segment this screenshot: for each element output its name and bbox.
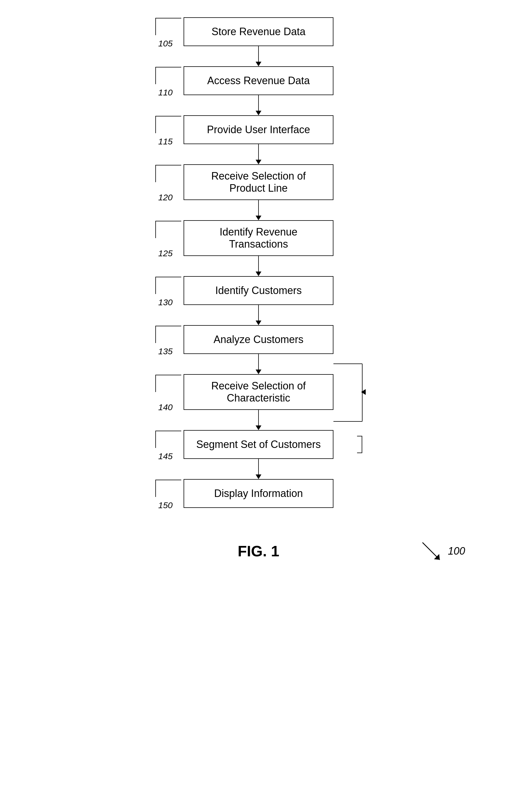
arrowhead: [255, 215, 262, 220]
label-115: 115: [158, 137, 173, 146]
box-110: Access Revenue Data 110: [184, 66, 333, 95]
diagram-container: Store Revenue Data 105 Access Revenue Da…: [0, 0, 517, 589]
feedback-loop-container: [184, 410, 333, 430]
connector-line: [258, 354, 259, 370]
connector-line: [258, 410, 259, 426]
box-110-label: Access Revenue Data: [207, 75, 310, 87]
flow-item-125: Identify Revenue Transactions 125: [184, 220, 333, 256]
label-110: 110: [158, 88, 173, 97]
bracket-130: [155, 277, 181, 294]
flow-item-105: Store Revenue Data 105: [184, 17, 333, 46]
box-105-label: Store Revenue Data: [212, 26, 305, 38]
feedback-loop-svg: [333, 332, 379, 453]
box-125: Identify Revenue Transactions 125: [184, 220, 333, 256]
arrow-110-115: [255, 95, 262, 115]
bracket-140: [155, 375, 181, 392]
arrow-130-135: [255, 305, 262, 325]
feedback-bracket-145: [357, 436, 362, 453]
connector-line: [258, 46, 259, 62]
arrow-105-110: [255, 46, 262, 66]
label-120: 120: [158, 193, 173, 202]
arrow-115-120: [255, 144, 262, 164]
figure-label: FIG. 1: [238, 543, 279, 560]
arrowhead: [255, 111, 262, 115]
flow-item-145: Segment Set of Customers 145: [184, 430, 333, 459]
label-135: 135: [158, 346, 173, 356]
fig-reference: 100: [420, 540, 465, 563]
box-125-label: Identify Revenue Transactions: [193, 226, 324, 250]
arrow-120-125: [255, 200, 262, 220]
arrowhead: [255, 271, 262, 276]
bracket-135: [155, 326, 181, 343]
box-145: Segment Set of Customers 145: [184, 430, 333, 459]
box-135: Analyze Customers 135: [184, 325, 333, 354]
arrowhead: [255, 426, 262, 430]
bracket-115: [155, 116, 181, 133]
arrow-145-150: [255, 459, 262, 479]
reference-arrow-icon: [420, 540, 443, 563]
arrowhead: [255, 62, 262, 66]
box-135-label: Analyze Customers: [214, 334, 303, 346]
box-115-label: Provide User Interface: [207, 124, 310, 136]
label-145: 145: [158, 452, 173, 461]
flow-item-135: Analyze Customers 135: [184, 325, 333, 354]
arrow-125-130: [255, 256, 262, 276]
label-140: 140: [158, 402, 173, 412]
connector-line: [258, 200, 259, 215]
box-115: Provide User Interface 115: [184, 115, 333, 144]
bracket-125: [155, 221, 181, 238]
flow-item-120: Receive Selection of Product Line 120: [184, 164, 333, 200]
flow-item-110: Access Revenue Data 110: [184, 66, 333, 95]
box-150-label: Display Information: [214, 487, 303, 499]
box-150: Display Information 150: [184, 479, 333, 508]
box-140-label: Receive Selection of Characteristic: [193, 380, 324, 404]
flow-item-150: Display Information 150: [184, 479, 333, 508]
arrowhead: [255, 474, 262, 479]
connector-line: [258, 95, 259, 111]
label-150: 150: [158, 500, 173, 510]
arrowhead: [255, 370, 262, 374]
connector-line: [258, 459, 259, 474]
label-105: 105: [158, 39, 173, 49]
box-105: Store Revenue Data 105: [184, 17, 333, 46]
bracket-105: [155, 18, 181, 35]
flow-item-115: Provide User Interface 115: [184, 115, 333, 144]
arrow-135-140: [255, 354, 262, 374]
arrowhead: [255, 321, 262, 325]
box-130: Identify Customers 130: [184, 276, 333, 305]
box-145-label: Segment Set of Customers: [196, 438, 321, 451]
box-140: Receive Selection of Characteristic 140: [184, 374, 333, 410]
connector-line: [258, 256, 259, 271]
flow-item-140: Receive Selection of Characteristic 140: [184, 374, 333, 410]
arrow-140-145: [184, 410, 333, 430]
bracket-145: [155, 431, 181, 448]
connector-line: [258, 305, 259, 321]
box-120-label: Receive Selection of Product Line: [193, 170, 324, 194]
label-130: 130: [158, 297, 173, 307]
bracket-120: [155, 165, 181, 182]
arrowhead: [255, 160, 262, 164]
flow-item-130: Identify Customers 130: [184, 276, 333, 305]
reference-number: 100: [448, 545, 465, 557]
box-120: Receive Selection of Product Line 120: [184, 164, 333, 200]
connector-line: [258, 144, 259, 160]
box-130-label: Identify Customers: [215, 285, 302, 297]
label-125: 125: [158, 249, 173, 258]
bracket-110: [155, 67, 181, 84]
bracket-150: [155, 480, 181, 497]
